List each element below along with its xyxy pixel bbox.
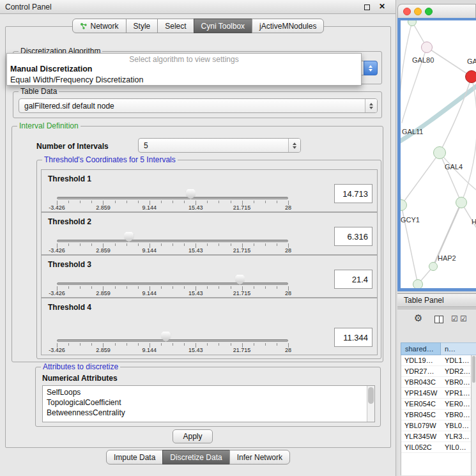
slider-tick-label: 21.715 <box>233 347 251 353</box>
slider-tick <box>265 243 266 246</box>
list-scrollbar[interactable] <box>367 386 374 422</box>
cell-name: YDL1… <box>441 357 471 364</box>
column-header-shared-name[interactable]: shared… <box>401 342 441 355</box>
tab-cyni-toolbox[interactable]: Cyni Toolbox <box>194 19 252 33</box>
slider-tick <box>138 343 139 346</box>
slider-tick <box>207 243 208 246</box>
list-item[interactable]: SelfLoops <box>47 387 374 397</box>
network-canvas[interactable]: GAL80GAGAL11GAL4GCY1HHAP2 <box>401 20 476 288</box>
list-item[interactable]: TopologicalCoefficient <box>47 397 374 408</box>
table-row[interactable]: YBR045CYBR0… <box>401 410 471 420</box>
tab-discretize-data[interactable]: Discretize Data <box>162 450 229 464</box>
threshold-value-field[interactable]: 11.344 <box>334 328 372 347</box>
threshold-slider[interactable]: -3.4262.8599.14415.4321.71528 <box>57 213 288 254</box>
slider-tick <box>68 286 69 289</box>
list-item[interactable]: BetweennessCentrality <box>47 408 374 418</box>
table-row[interactable]: YLR345WYLR3… <box>401 431 471 442</box>
slider-tick <box>254 286 254 289</box>
columns-icon[interactable] <box>434 316 443 323</box>
table-row[interactable]: YPR145WYPR1… <box>401 388 471 399</box>
threshold-panel: Threshold 4-3.4262.8599.14415.4321.71528… <box>41 298 378 355</box>
network-node[interactable] <box>429 262 438 271</box>
threshold-value-field[interactable]: 14.713 <box>334 184 372 203</box>
slider-tick <box>127 286 127 289</box>
interval-definition-group: Interval Definition Number of Intervals … <box>12 126 383 362</box>
slider-track <box>57 282 288 285</box>
cell-shared-name: YER054C <box>401 400 441 408</box>
table-row[interactable]: YBR043CYBR0… <box>401 377 471 388</box>
column-header-name[interactable]: n… <box>441 342 476 355</box>
tab-label: Impute Data <box>114 453 155 462</box>
slider-tick <box>91 243 92 246</box>
slider-tick-label: 28 <box>285 290 291 296</box>
slider-tick <box>173 286 173 289</box>
threshold-slider[interactable]: -3.4262.8599.14415.4321.71528 <box>57 298 288 355</box>
tab-network[interactable]: Network <box>72 19 127 33</box>
threshold-panel: Threshold 2-3.4262.8599.14415.4321.71528… <box>41 212 378 255</box>
network-node[interactable] <box>421 42 433 53</box>
slider-tick-label: 15.43 <box>188 347 203 353</box>
threshold-slider[interactable]: -3.4262.8599.14415.4321.71528 <box>57 170 288 211</box>
threshold-slider[interactable]: -3.4262.8599.14415.4321.71528 <box>57 256 288 297</box>
zoom-traffic-light-icon[interactable] <box>425 8 433 15</box>
slider-tick <box>115 343 116 346</box>
tab-jactivemnodules[interactable]: jActiveMNodules <box>252 19 324 33</box>
cell-shared-name: YLR345W <box>401 433 441 440</box>
checkbox-icon-2[interactable]: ☑ <box>460 314 467 323</box>
cell-shared-name: YDL19… <box>401 357 441 364</box>
number-of-intervals-combobox[interactable]: 5 <box>138 138 301 153</box>
slider-tick-label: 2.859 <box>96 347 111 353</box>
combobox-value: galFiltered.sif default node <box>19 102 365 111</box>
tab-infer-network[interactable]: Infer Network <box>229 450 290 464</box>
scrollbar-thumb[interactable] <box>368 387 374 404</box>
slider-tick-label: -3.426 <box>49 204 65 211</box>
node-label: GAL11 <box>402 128 423 135</box>
dropdown-option-equal-width-frequency[interactable]: Equal Width/Frequency Discretization <box>7 75 361 86</box>
network-window-titlebar <box>397 4 476 18</box>
gear-icon[interactable]: ⚙ <box>414 312 422 324</box>
dropdown-option-manual-discretization[interactable]: Manual Discretization <box>7 64 361 75</box>
slider-tick <box>173 343 173 346</box>
slider-tick <box>138 201 139 203</box>
network-node[interactable] <box>413 279 423 288</box>
slider-tick <box>265 343 266 346</box>
slider-tick-label: -3.426 <box>49 290 65 296</box>
table-data-combobox[interactable]: galFiltered.sif default node <box>19 98 378 113</box>
network-node[interactable] <box>433 146 446 159</box>
minimize-traffic-light-icon[interactable] <box>414 8 422 15</box>
slider-tick <box>207 286 208 289</box>
threshold-value-field[interactable]: 6.316 <box>334 227 372 246</box>
scrollbar-thumb[interactable] <box>472 356 475 383</box>
network-view-frame: GAL80GAGAL11GAL4GCY1HHAP2 <box>397 18 476 291</box>
tab-style[interactable]: Style <box>126 19 158 33</box>
table-panel-title: Table Panel <box>404 296 444 305</box>
close-traffic-light-icon[interactable] <box>403 8 411 15</box>
table-row[interactable]: YIL052CYIL0… <box>401 442 471 453</box>
checkbox-icon-1[interactable]: ☑ <box>451 314 458 323</box>
slider-tick <box>68 201 69 203</box>
slider-tick <box>173 201 173 203</box>
numerical-attributes-list[interactable]: SelfLoopsTopologicalCoefficientBetweenne… <box>42 385 375 422</box>
slider-tick-label: -3.426 <box>49 247 65 254</box>
apply-button[interactable]: Apply <box>173 429 213 443</box>
float-window-icon[interactable] <box>364 4 370 10</box>
tab-select[interactable]: Select <box>157 19 194 33</box>
table-row[interactable]: YER054CYER0… <box>401 399 471 410</box>
table-row[interactable]: YDR27…YDR2… <box>401 366 471 377</box>
threshold-value-field[interactable]: 21.4 <box>334 270 372 289</box>
network-node[interactable] <box>465 70 476 83</box>
close-icon[interactable]: ✕ <box>379 2 385 11</box>
slider-tick <box>91 343 92 346</box>
tab-impute-data[interactable]: Impute Data <box>106 450 163 464</box>
slider-tick-label: 28 <box>285 347 291 353</box>
slider-tick <box>277 243 277 246</box>
slider-tick-label: 9.144 <box>142 290 157 296</box>
slider-tick <box>231 243 231 246</box>
slider-tick <box>68 343 69 346</box>
table-scrollbar[interactable] <box>471 355 476 475</box>
slider-tick <box>184 243 185 246</box>
network-node[interactable] <box>456 197 467 208</box>
table-row[interactable]: YDL19…YDL1… <box>401 355 471 366</box>
node-label: H <box>472 218 476 226</box>
table-row[interactable]: YBL079WYBL0… <box>401 420 471 431</box>
